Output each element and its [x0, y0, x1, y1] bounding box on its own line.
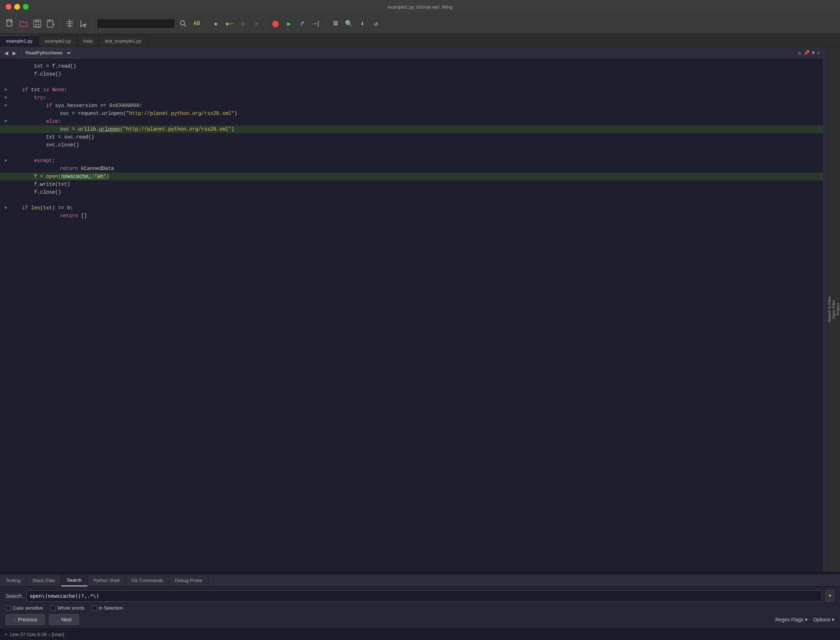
- toolbar-search-input[interactable]: [97, 19, 175, 29]
- editor-nav[interactable]: ◀ ▶: [3, 50, 18, 56]
- nav-back-button[interactable]: ◀: [3, 50, 10, 56]
- tab-stack-data[interactable]: Stack Data: [27, 574, 61, 586]
- new-file-icon[interactable]: [4, 18, 16, 29]
- options-row: Case sensitive Whole words In Selection: [6, 605, 834, 611]
- code-line: ▼ except:: [0, 157, 823, 165]
- search-input[interactable]: [27, 590, 822, 602]
- search-dropdown-button[interactable]: ▼: [826, 590, 834, 602]
- undo-icon[interactable]: ↺: [370, 18, 382, 29]
- status-icon: ⚡: [4, 631, 7, 637]
- minimize-button[interactable]: [14, 4, 20, 10]
- code-content: if txt is None:: [10, 86, 823, 94]
- toolbar-separator-3: [206, 18, 206, 29]
- code-content: try:: [10, 94, 823, 102]
- main-area: ◀ ▶ ReadPythonNews ⚠ 📌 ▼ ✕ txt = f.read(…: [0, 46, 840, 572]
- tab-help[interactable]: Help: [77, 35, 99, 46]
- svg-rect-1: [7, 20, 9, 22]
- code-content: if sys.hexversion >= 0x03000000:: [10, 102, 823, 110]
- regex-flags-button[interactable]: Regex Flags ▾: [775, 617, 808, 622]
- tab-test-example1[interactable]: test_example1.py: [99, 35, 147, 46]
- fold-marker[interactable]: ▼: [2, 117, 10, 125]
- tab-example1[interactable]: example1.py: [0, 35, 38, 46]
- prev-bookmark-icon[interactable]: ★←: [224, 18, 235, 29]
- maximize-button[interactable]: [23, 4, 29, 10]
- window-title: example1.py: tutorial.wpr: Wing: [388, 4, 452, 10]
- pin-icon[interactable]: 📌: [803, 50, 810, 56]
- search-row: Search: ▼: [6, 590, 834, 602]
- whole-words-checkbox[interactable]: [50, 606, 56, 611]
- svg-rect-4: [35, 24, 39, 27]
- code-line: f.write(txt): [0, 181, 823, 188]
- save-as-icon[interactable]: [45, 18, 56, 29]
- replace-icon[interactable]: AB: [191, 18, 203, 29]
- code-line: svc.close(): [0, 141, 823, 149]
- tab-python-shell[interactable]: Python Shell: [88, 574, 126, 586]
- code-content: f.write(txt): [10, 181, 823, 188]
- search-icon[interactable]: [177, 18, 189, 29]
- options-button[interactable]: Options ▾: [813, 617, 834, 622]
- close-editor-icon[interactable]: ✕: [817, 50, 820, 56]
- code-content: f.close(): [10, 70, 823, 78]
- fold-marker[interactable]: ▼: [2, 204, 10, 212]
- bookmark-down-icon[interactable]: ☆: [251, 18, 262, 29]
- code-line: txt = svc.read(): [0, 133, 823, 141]
- window-controls[interactable]: [6, 4, 29, 10]
- next-button[interactable]: ↓ Next: [49, 614, 79, 625]
- svg-rect-6: [48, 20, 51, 22]
- sidebar-item-project[interactable]: Project: [836, 299, 840, 320]
- step-into-icon[interactable]: →|: [311, 18, 322, 29]
- bottom-panel: Testing Stack Data Search Python Shell O…: [0, 572, 840, 629]
- toolbar-separator-1: [60, 18, 61, 29]
- sidebar-item-search-in-files[interactable]: Search in Files: [827, 292, 831, 327]
- toolbar-separator-2: [93, 18, 93, 29]
- in-selection-checkbox[interactable]: [92, 606, 97, 611]
- code-line: [0, 78, 823, 86]
- tab-testing[interactable]: Testing: [0, 574, 27, 586]
- status-text: Line 57 Cols 8-29 – [User]: [10, 632, 64, 637]
- select-icon[interactable]: [78, 18, 89, 29]
- run-icon[interactable]: ▶: [283, 18, 295, 29]
- code-area[interactable]: txt = f.read() f.close() ▼ if txt is Non…: [0, 59, 823, 572]
- debug-icon[interactable]: [64, 18, 75, 29]
- fold-marker[interactable]: ▼: [2, 157, 10, 165]
- save-icon[interactable]: [32, 18, 43, 29]
- tab-os-commands[interactable]: OS Commands: [126, 574, 169, 586]
- code-content: return kCannedData: [10, 165, 823, 173]
- code-content: else:: [10, 117, 823, 125]
- code-content: except:: [10, 157, 823, 165]
- statusbar: ⚡ Line 57 Cols 8-29 – [User]: [0, 629, 840, 640]
- zoom-icon[interactable]: 🔍: [343, 18, 355, 29]
- open-file-icon[interactable]: [18, 18, 29, 29]
- step-out-icon[interactable]: ↱: [297, 18, 308, 29]
- editor-scrollbar[interactable]: [823, 46, 827, 572]
- close-button[interactable]: [6, 4, 11, 10]
- sidebar-item-open-files[interactable]: Open Files: [831, 295, 836, 323]
- search-label: Search:: [6, 593, 23, 599]
- whole-words-option[interactable]: Whole words: [50, 605, 85, 611]
- breadcrumb-select[interactable]: ReadPythonNews: [21, 49, 72, 57]
- previous-button[interactable]: ↑ Previous: [6, 614, 45, 625]
- editor-header: ◀ ▶ ReadPythonNews ⚠ 📌 ▼ ✕: [0, 46, 823, 59]
- code-content: if len(txt) == 0:: [10, 204, 823, 212]
- bookmark-up-icon[interactable]: ☆: [237, 18, 249, 29]
- fold-marker[interactable]: ▼: [2, 86, 10, 94]
- fold-marker[interactable]: ▼: [2, 94, 10, 102]
- tab-search[interactable]: Search: [61, 574, 88, 586]
- nav-forward-button[interactable]: ▶: [11, 50, 18, 56]
- debug-break-icon[interactable]: ⬤: [270, 18, 281, 29]
- download-icon[interactable]: ⬇: [357, 18, 368, 29]
- in-selection-option[interactable]: In Selection: [92, 605, 123, 611]
- buttons-row: ↑ Previous ↓ Next Regex Flags ▾ Options …: [6, 614, 834, 625]
- case-sensitive-checkbox[interactable]: [6, 606, 11, 611]
- tab-example2[interactable]: example2.py: [38, 35, 77, 46]
- case-sensitive-option[interactable]: Case sensitive: [6, 605, 43, 611]
- monitor-icon[interactable]: 🖥: [329, 18, 341, 29]
- options-chevron-icon: ▾: [832, 617, 834, 622]
- fold-marker[interactable]: ▼: [2, 102, 10, 110]
- code-line: f.close(): [0, 70, 823, 78]
- bookmark-icon[interactable]: ★: [210, 18, 222, 29]
- chevron-down-icon[interactable]: ▼: [812, 50, 814, 56]
- tab-debug-probe[interactable]: Debug Probe: [169, 574, 209, 586]
- code-line-highlighted: svc = urllib.urlopen("http://planet.pyth…: [0, 125, 823, 133]
- code-line: svc = request.urlopen("http://planet.pyt…: [0, 110, 823, 117]
